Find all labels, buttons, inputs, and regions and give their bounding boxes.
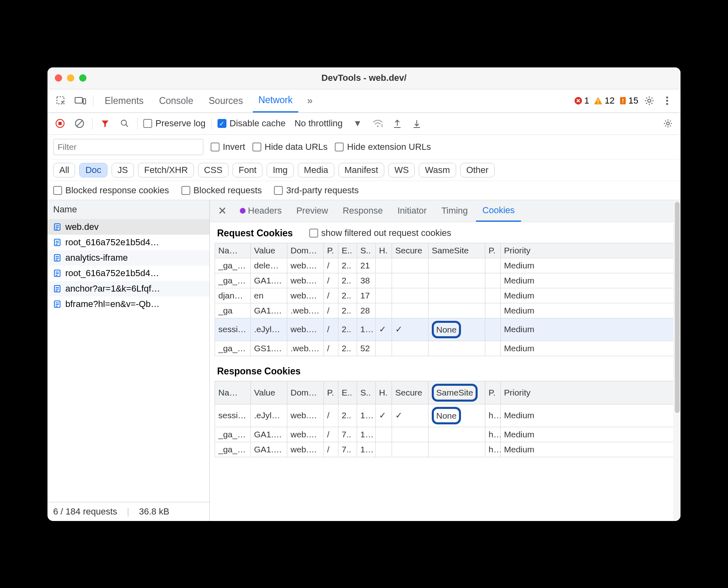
download-icon[interactable] [410,117,424,130]
upload-icon[interactable] [390,117,404,130]
errors-badge[interactable]: 1 [574,95,589,106]
col-header[interactable]: Priority [501,243,676,258]
third-party-requests-checkbox[interactable]: 3rd-party requests [274,185,359,196]
type-pill-fetchxhr[interactable]: Fetch/XHR [138,163,194,177]
settings-icon[interactable] [642,94,656,108]
search-icon[interactable] [118,117,131,130]
detail-tab-response[interactable]: Response [336,200,389,222]
disable-cache-checkbox[interactable]: ✓ Disable cache [218,118,286,129]
type-pill-manifest[interactable]: Manifest [338,163,384,177]
type-pill-js[interactable]: JS [112,163,134,177]
record-button[interactable] [53,117,67,130]
col-header[interactable]: P. [324,381,338,404]
detail-tab-timing[interactable]: Timing [435,200,474,222]
request-item[interactable]: root_616a752e1b5d4… [47,266,209,281]
col-header[interactable]: Dom… [287,381,324,404]
zoom-window-button[interactable] [79,74,86,82]
svg-line-16 [77,121,82,126]
col-header[interactable]: S.. [357,243,376,258]
close-detail-icon[interactable]: ✕ [214,205,231,217]
panel-settings-icon[interactable] [661,117,675,130]
preserve-log-checkbox[interactable]: Preserve log [143,118,206,129]
col-header[interactable]: E.. [338,243,357,258]
blocked-requests-checkbox[interactable]: Blocked requests [181,185,262,196]
request-item[interactable]: analytics-iframe [47,250,209,266]
type-pill-font[interactable]: Font [233,163,263,177]
type-pill-doc[interactable]: Doc [79,163,107,177]
inspect-icon[interactable] [54,94,68,108]
col-header[interactable]: Dom… [287,243,324,258]
filter-icon[interactable] [98,117,112,130]
detail-tab-headers[interactable]: Headers [233,200,288,222]
cookie-row[interactable]: _ga_…GA1.…web.…/7..1…h..Medium [215,442,676,457]
cookie-row[interactable]: djan…enweb.…/2..17Medium [215,288,676,303]
detail-tab-initiator[interactable]: Initiator [391,200,433,222]
scrollbar[interactable] [673,200,681,521]
hide-extension-urls-checkbox[interactable]: Hide extension URLs [335,142,431,152]
col-header[interactable]: Na… [215,381,251,404]
col-header[interactable]: P. [485,243,501,258]
col-header[interactable]: Value [251,381,287,404]
device-toggle-icon[interactable] [73,94,87,108]
wifi-icon[interactable]: ⚙ [371,117,385,130]
close-window-button[interactable] [55,74,62,82]
detail-tab-preview[interactable]: Preview [290,200,334,222]
type-pill-img[interactable]: Img [267,163,294,177]
col-header[interactable]: P. [324,243,338,258]
clear-button[interactable] [73,117,86,130]
tab-console[interactable]: Console [153,89,199,112]
minimize-window-button[interactable] [67,74,74,82]
cookie-cell: _ga_… [215,427,251,442]
col-header[interactable]: P. [485,381,501,404]
col-header[interactable]: SameSite [429,243,485,258]
cookie-cell: _ga_… [215,341,251,356]
cookie-row[interactable]: sessi….eJyl…web.…/2..1…✓✓Noneh..Medium [215,404,676,427]
detail-tab-cookies[interactable]: Cookies [476,200,521,222]
throttling-select[interactable]: No throttling ▼ [291,117,365,130]
cookie-cell: web.… [287,318,324,341]
col-header[interactable]: SameSite [429,381,485,404]
tab-elements[interactable]: Elements [99,89,149,112]
cookie-row[interactable]: sessi….eJyl…web.…/2..1…✓✓NoneMedium [215,318,676,341]
cookie-cell [392,442,429,457]
invert-checkbox[interactable]: Invert [211,142,245,152]
col-header[interactable]: Value [251,243,287,258]
cookie-row[interactable]: _ga_…dele…web.…/2..21Medium [215,258,676,273]
hide-data-urls-checkbox[interactable]: Hide data URLs [252,142,327,152]
col-header[interactable]: Secure [392,381,429,404]
request-cookies-header: Request Cookies show filtered out reques… [210,222,681,243]
tab-sources[interactable]: Sources [203,89,248,112]
col-header[interactable]: S.. [357,381,376,404]
cookie-cell: / [324,273,338,288]
col-header[interactable]: Na… [215,243,251,258]
type-pill-other[interactable]: Other [460,163,495,177]
col-header[interactable]: H. [376,243,392,258]
kebab-menu-icon[interactable] [660,94,674,108]
col-header[interactable]: Priority [501,381,676,404]
col-header[interactable]: Secure [392,243,429,258]
col-header[interactable]: E.. [338,381,357,404]
request-item[interactable]: web.dev [47,219,209,235]
filter-input[interactable] [53,139,203,155]
more-tabs-icon[interactable]: » [304,95,316,106]
show-filtered-cookies-checkbox[interactable]: show filtered out request cookies [309,228,451,238]
warnings-badge[interactable]: 12 [593,95,614,106]
col-header[interactable]: H. [376,381,392,404]
issues-badge[interactable]: 15 [619,95,638,106]
blocked-response-cookies-checkbox[interactable]: Blocked response cookies [53,185,169,196]
type-pill-all[interactable]: All [53,163,75,177]
tab-network[interactable]: Network [253,89,298,112]
type-pill-ws[interactable]: WS [388,163,415,177]
cookie-row[interactable]: _gaGA1.….web.…/2..28Medium [215,303,676,318]
cookie-row[interactable]: _ga_…GA1.…web.…/2..38Medium [215,273,676,288]
sidebar-header-name[interactable]: Name [47,200,209,219]
request-item[interactable]: anchor?ar=1&k=6Lfqf… [47,281,209,296]
request-item[interactable]: root_616a752e1b5d4… [47,235,209,250]
type-pill-css[interactable]: CSS [198,163,228,177]
cookie-row[interactable]: _ga_…GS1.….web.…/2..52Medium [215,341,676,356]
type-pill-wasm[interactable]: Wasm [419,163,456,177]
type-pill-media[interactable]: Media [298,163,334,177]
request-item[interactable]: bframe?hl=en&v=-Qb… [47,296,209,312]
cookie-cell: en [251,288,287,303]
cookie-row[interactable]: _ga_…GA1.…web.…/7..1…h..Medium [215,427,676,442]
